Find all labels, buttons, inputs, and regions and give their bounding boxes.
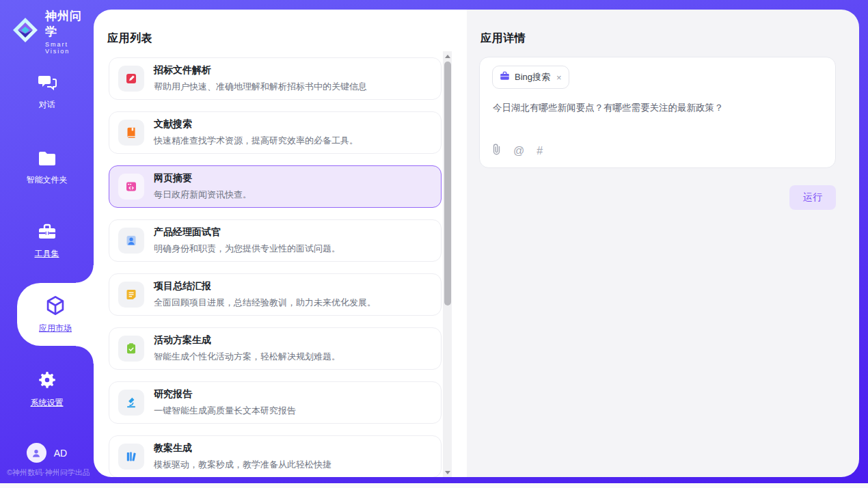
app-title: 产品经理面试官 (154, 226, 340, 239)
hashtag-icon[interactable]: # (537, 145, 543, 157)
app-description: 帮助用户快速、准确地理解和解析招标书中的关键信息 (154, 81, 367, 93)
list-item-research-report[interactable]: 研究报告 一键智能生成高质量长文本研究报告 (109, 381, 442, 424)
run-button[interactable]: 运行 (789, 185, 836, 210)
app-title: 招标文件解析 (154, 64, 367, 77)
avatar-icon (27, 443, 46, 463)
tool-chip-label: Bing搜索 (515, 71, 550, 83)
list-item-project-summary[interactable]: 项目总结汇报 全面回顾项目进展，总结经验教训，助力未来优化发展。 (109, 273, 442, 316)
app-description: 每日政府新闻资讯快查。 (154, 189, 252, 201)
app-description: 一键智能生成高质量长文本研究报告 (154, 405, 296, 417)
brand-logo: 神州问学 Smart Vision (11, 8, 94, 55)
query-input[interactable]: 今日湖北有哪些新闻要点？有哪些需要关注的最新政策？ (493, 101, 824, 115)
sidebar-item-toolset[interactable]: 工具集 (0, 223, 94, 260)
app-title: 文献搜索 (154, 118, 358, 131)
copyright-footer: ©神州数码·神州问学出品 (0, 467, 103, 478)
toolbox-icon (38, 223, 57, 243)
scroll-up-arrow[interactable] (443, 51, 452, 61)
user-name: AD (54, 448, 67, 459)
sidebar-item-label: 对话 (39, 99, 55, 111)
app-title: 活动方案生成 (154, 334, 340, 347)
sidebar-item-label: 智能文件夹 (27, 174, 68, 186)
microscope-icon (118, 390, 144, 416)
app-description: 明确身份和职责，为您提供专业性的面试问题。 (154, 243, 340, 255)
brand-subtitle: Smart Vision (45, 41, 94, 55)
app-list: 招标文件解析 帮助用户快速、准确地理解和解析招标书中的关键信息 (109, 57, 442, 477)
main-content: 应用列表 招标文件解析 帮助用户快速、准确地理解和解析招标书中的关键信息 (94, 10, 859, 477)
list-item-web-summary[interactable]: 网页摘要 每日政府新闻资讯快查。 (109, 165, 442, 208)
clipboard-check-icon (118, 336, 144, 362)
app-title: 研究报告 (154, 388, 296, 401)
sidebar-item-label: 工具集 (35, 248, 59, 260)
app-title: 项目总结汇报 (154, 280, 376, 293)
app-description: 模板驱动，教案秒成，教学准备从此轻松快捷 (154, 459, 331, 471)
list-item-pm-interviewer[interactable]: 产品经理面试官 明确身份和职责，为您提供专业性的面试问题。 (109, 219, 442, 262)
scroll-down-arrow[interactable] (443, 467, 452, 477)
app-detail-panel: 应用详情 Bing搜索 × 今日湖北有哪些新闻要点？有哪些需要关注的最新政策？ (467, 10, 859, 477)
brand-name: 神州问学 (45, 8, 94, 40)
tool-chip-bing-search[interactable]: Bing搜索 × (492, 66, 569, 89)
list-item-lesson-plan[interactable]: 教案生成 模板驱动，教案秒成，教学准备从此轻松快捷 (109, 435, 442, 477)
app-description: 智能生成个性化活动方案，轻松解决规划难题。 (154, 351, 340, 363)
list-item-literature-search[interactable]: 文献搜索 快速精准查找学术资源，提高研究效率的必备工具。 (109, 111, 442, 154)
scrollbar-thumb[interactable] (444, 62, 451, 306)
books-icon (118, 444, 144, 470)
interviewer-icon (118, 228, 144, 254)
sidebar-item-app-market[interactable]: 应用市场 (17, 283, 94, 346)
chip-close-icon[interactable]: × (556, 72, 562, 83)
app-description: 快速精准查找学术资源，提高研究效率的必备工具。 (154, 135, 358, 147)
book-icon (118, 120, 144, 146)
app-title: 教案生成 (154, 442, 331, 455)
app-list-panel: 应用列表 招标文件解析 帮助用户快速、准确地理解和解析招标书中的关键信息 (94, 10, 467, 477)
document-edit-icon (118, 66, 144, 92)
note-icon (118, 282, 144, 308)
paperclip-icon[interactable] (492, 144, 501, 158)
sidebar-item-chat[interactable]: 对话 (0, 74, 94, 111)
sidebar-item-label: 系统设置 (31, 397, 64, 409)
app-list-title: 应用列表 (107, 31, 152, 46)
app-window: 神州问学 Smart Vision 对话 智能文件夹 (0, 0, 868, 488)
cube-icon (44, 295, 66, 319)
bottom-edge (0, 483, 868, 488)
list-item-event-plan[interactable]: 活动方案生成 智能生成个性化活动方案，轻松解决规划难题。 (109, 327, 442, 370)
prompt-input-card[interactable]: Bing搜索 × 今日湖北有哪些新闻要点？有哪些需要关注的最新政策？ @ # (479, 57, 836, 168)
sidebar-item-label: 应用市场 (39, 323, 72, 334)
briefcase-icon (500, 71, 510, 83)
chat-icon (38, 74, 57, 94)
app-detail-title: 应用详情 (480, 31, 526, 46)
list-scrollbar[interactable] (443, 51, 452, 477)
app-title: 网页摘要 (154, 172, 252, 185)
attachment-toolbar: @ # (492, 144, 543, 158)
folder-icon (38, 150, 57, 170)
browser-code-icon (118, 174, 144, 200)
list-item-bid-analysis[interactable]: 招标文件解析 帮助用户快速、准确地理解和解析招标书中的关键信息 (109, 57, 442, 100)
brand-diamond-icon (11, 16, 40, 47)
sidebar-item-smart-folders[interactable]: 智能文件夹 (0, 150, 94, 186)
mention-icon[interactable]: @ (513, 145, 524, 157)
app-description: 全面回顾项目进展，总结经验教训，助力未来优化发展。 (154, 297, 376, 309)
sidebar: 神州问学 Smart Vision 对话 智能文件夹 (0, 0, 94, 483)
gear-icon (38, 370, 57, 392)
sidebar-item-settings[interactable]: 系统设置 (0, 370, 94, 409)
user-account[interactable]: AD (0, 443, 94, 463)
